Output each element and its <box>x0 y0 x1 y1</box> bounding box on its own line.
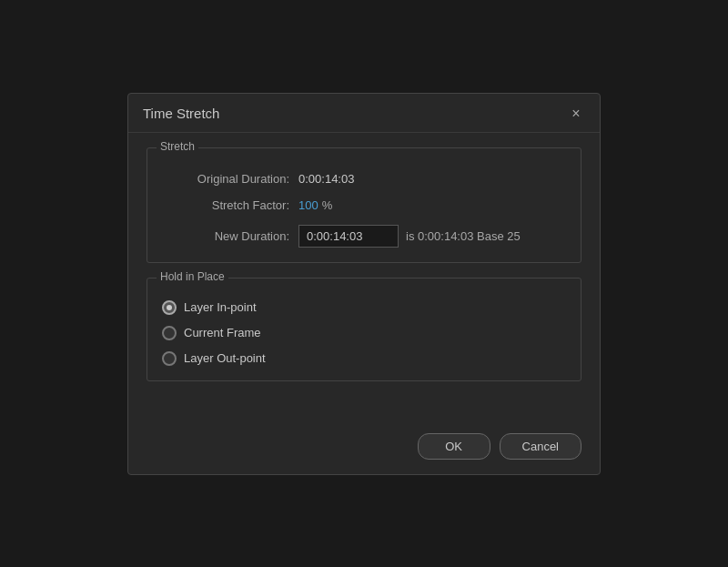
dialog-body: Stretch Original Duration: 0:00:14:03 St… <box>128 133 600 422</box>
stretch-factor-row: Stretch Factor: 100 % <box>162 198 566 212</box>
new-duration-input[interactable] <box>298 225 399 248</box>
radio-row-current-frame: Current Frame <box>162 326 566 340</box>
radio-row-layer-out: Layer Out-point <box>162 351 566 366</box>
close-button[interactable]: × <box>567 105 585 123</box>
dialog-footer: OK Cancel <box>128 422 600 474</box>
stretch-factor-unit: % <box>322 198 333 212</box>
ok-button[interactable]: OK <box>418 433 490 460</box>
original-duration-row: Original Duration: 0:00:14:03 <box>162 172 566 186</box>
new-duration-row: New Duration: is 0:00:14:03 Base 25 <box>162 225 566 248</box>
original-duration-value: 0:00:14:03 <box>298 172 354 186</box>
title-bar: Time Stretch × <box>128 94 600 133</box>
hold-section-label: Hold in Place <box>157 270 228 283</box>
dialog-title: Time Stretch <box>143 106 219 121</box>
radio-layer-out-label: Layer Out-point <box>184 351 266 365</box>
new-duration-label: New Duration: <box>162 229 289 243</box>
original-duration-label: Original Duration: <box>162 172 289 186</box>
radio-current-frame-label: Current Frame <box>184 326 261 339</box>
radio-row-layer-in: Layer In-point <box>162 300 566 315</box>
stretch-factor-label: Stretch Factor: <box>162 198 289 212</box>
stretch-factor-value[interactable]: 100 <box>298 198 318 212</box>
radio-current-frame[interactable] <box>162 326 177 340</box>
radio-layer-in-label: Layer In-point <box>184 300 257 314</box>
hold-in-place-section: Hold in Place Layer In-point Current Fra… <box>147 278 581 381</box>
stretch-section-label: Stretch <box>157 140 198 153</box>
radio-layer-in-point[interactable] <box>162 300 177 315</box>
radio-layer-out-point[interactable] <box>162 351 177 366</box>
stretch-section: Stretch Original Duration: 0:00:14:03 St… <box>147 147 581 263</box>
time-stretch-dialog: Time Stretch × Stretch Original Duration… <box>127 93 601 475</box>
new-duration-suffix: is 0:00:14:03 Base 25 <box>406 229 521 243</box>
cancel-button[interactable]: Cancel <box>500 433 581 460</box>
